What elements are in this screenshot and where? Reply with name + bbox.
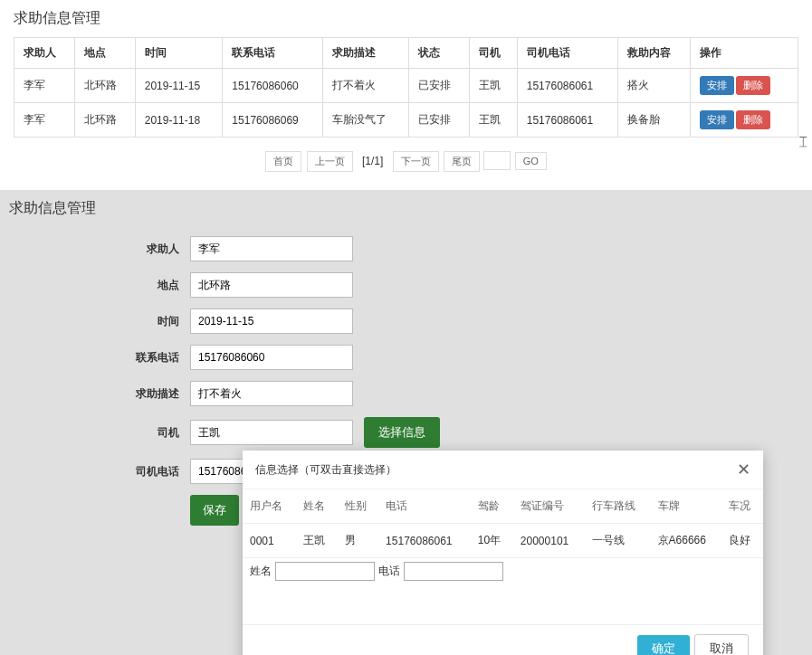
cell-status: 已安排 [409,103,470,138]
cell-phone: 15176086060 [223,69,323,103]
cell-content: 搭火 [617,69,691,103]
page-go[interactable]: GO [515,152,547,170]
th-place: 地点 [74,38,135,69]
label-phone: 联系电话 [9,350,190,365]
ok-button[interactable]: 确定 [637,635,690,655]
filter-name-input[interactable] [275,562,375,581]
cell-driverPhone: 15176086061 [517,103,617,138]
mth-route: 行车路线 [585,489,651,524]
page-last[interactable]: 尾页 [444,151,480,172]
mth-cond: 车况 [721,489,763,524]
cell-action: 安排删除 [691,103,798,138]
cell-license: 20000101 [513,524,585,558]
info-select-modal: 信息选择（可双击直接选择） ✕ 用户名 姓名 性别 电话 驾龄 驾证编号 行车路… [243,451,763,655]
th-driverphone: 司机电话 [517,38,617,69]
page-input[interactable] [483,151,511,170]
mth-plate: 车牌 [651,489,722,524]
th-time: 时间 [135,38,223,69]
label-place: 地点 [9,278,190,293]
cell-person: 李军 [14,69,75,103]
mth-age: 驾龄 [471,489,513,524]
cell-driverPhone: 15176086061 [517,69,617,103]
label-driverphone: 司机电话 [9,464,190,479]
arrange-button[interactable]: 安排 [700,110,734,129]
cell-action: 安排删除 [691,69,798,103]
cell-phone: 15176086061 [378,524,471,558]
filter-name-label: 姓名 [250,564,272,579]
modal-table: 用户名 姓名 性别 电话 驾龄 驾证编号 行车路线 车牌 车况 0001 王凯 [243,489,763,558]
cell-place: 北环路 [74,69,135,103]
cell-place: 北环路 [74,103,135,138]
cell-desc: 车胎没气了 [323,103,409,138]
table-row: 李军北环路2019-11-1515176086060打不着火已安排王凯15176… [14,69,798,103]
modal-title: 信息选择（可双击直接选择） [255,462,396,478]
mth-name: 姓名 [296,489,337,524]
th-person: 求助人 [14,38,75,69]
table-row: 李军北环路2019-11-1815176086069车胎没气了已安排王凯1517… [14,103,798,138]
input-person[interactable] [190,236,353,261]
page-title: 求助信息管理 [14,9,798,28]
filter-phone-input[interactable] [404,562,503,581]
delete-button[interactable]: 删除 [736,76,770,95]
cancel-button[interactable]: 取消 [694,634,749,655]
th-desc: 求助描述 [323,38,409,69]
mth-gender: 性别 [338,489,378,524]
close-icon[interactable]: ✕ [737,460,750,479]
cell-route: 一号线 [585,524,651,558]
input-phone[interactable] [190,345,353,370]
cell-age: 10年 [471,524,513,558]
cell-time: 2019-11-15 [135,69,223,103]
cell-cond: 良好 [721,524,763,558]
page-first[interactable]: 首页 [265,151,301,172]
mth-license: 驾证编号 [513,489,585,524]
label-time: 时间 [9,314,190,329]
filter-phone-label: 电话 [378,564,400,579]
cell-driver: 王凯 [469,69,517,103]
cell-status: 已安排 [409,69,470,103]
save-button[interactable]: 保存 [190,495,239,526]
th-phone: 联系电话 [223,38,323,69]
cell-content: 换备胎 [617,103,691,138]
cursor-icon: ⌶ [799,134,807,148]
cell-gender: 男 [338,524,378,558]
arrange-button[interactable]: 安排 [700,76,734,95]
th-action: 操作 [691,38,798,69]
page-prev[interactable]: 上一页 [307,151,353,172]
cell-name: 王凯 [296,524,337,558]
cell-desc: 打不着火 [323,69,409,103]
th-content: 救助内容 [617,38,691,69]
page-next[interactable]: 下一页 [393,151,439,172]
input-place[interactable] [190,272,353,298]
delete-button[interactable]: 删除 [736,110,770,129]
cell-phone: 15176086069 [223,103,323,138]
input-time[interactable] [190,309,353,334]
modal-row[interactable]: 0001 王凯 男 15176086061 10年 20000101 一号线 京… [243,524,763,558]
th-driver: 司机 [469,38,517,69]
label-driver: 司机 [9,425,190,441]
mth-phone: 电话 [378,489,471,524]
pagination: 首页 上一页 [1/1] 下一页 尾页 GO [14,151,798,172]
form-title: 求助信息管理 [9,199,803,218]
select-info-button[interactable]: 选择信息 [364,417,440,448]
cell-time: 2019-11-18 [135,103,223,138]
th-status: 状态 [409,38,470,69]
input-driver[interactable] [190,420,353,445]
page-info: [1/1] [357,152,388,170]
cell-person: 李军 [14,103,75,138]
input-desc[interactable] [190,381,353,406]
cell-driver: 王凯 [469,103,517,138]
label-person: 求助人 [9,242,190,257]
label-desc: 求助描述 [9,386,190,402]
mth-user: 用户名 [243,489,296,524]
cell-plate: 京A66666 [651,524,722,558]
help-table: 求助人 地点 时间 联系电话 求助描述 状态 司机 司机电话 救助内容 操作 李… [14,37,798,138]
cell-user: 0001 [243,524,296,558]
